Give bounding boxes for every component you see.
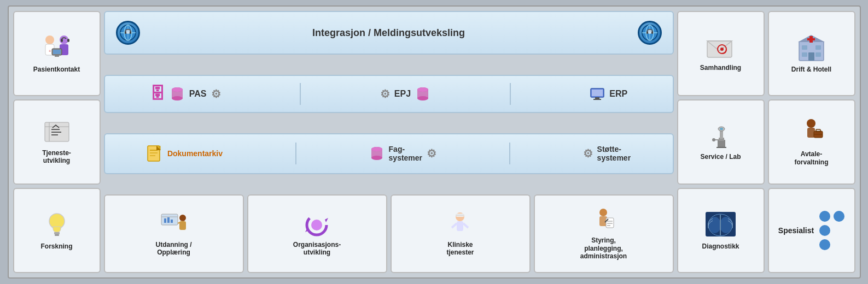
kliniske-tile[interactable]: Klinisketjenester <box>391 194 531 273</box>
systems-row[interactable]: 🗄 PAS ⚙ ⚙ EPJ <box>104 75 674 113</box>
svg-rect-7 <box>67 39 69 42</box>
divider2 <box>510 83 511 105</box>
pas-item[interactable]: 🗄 PAS ⚙ <box>150 85 221 103</box>
svg-rect-15 <box>54 232 60 234</box>
svg-text:+: + <box>48 49 51 54</box>
avtaleforvaltning-icon <box>796 118 826 148</box>
integration-banner[interactable]: Integrasjon / Meldingsutveksling <box>104 11 674 55</box>
dot2 <box>834 211 844 222</box>
samhandling-tile[interactable]: Samhandling <box>677 11 765 96</box>
svg-rect-26 <box>130 31 131 34</box>
svg-point-92 <box>712 138 715 141</box>
pasientkontakt-label: Pasientkontakt <box>33 66 80 73</box>
svg-rect-43 <box>592 90 603 96</box>
dot1 <box>819 211 830 222</box>
epj-item[interactable]: ⚙ EPJ <box>380 86 430 102</box>
utdanning-icon <box>159 211 189 239</box>
forskning-label: Forskning <box>40 242 72 250</box>
dot6 <box>834 239 844 250</box>
svg-point-95 <box>709 217 721 233</box>
erp-item[interactable]: ERP <box>590 88 627 100</box>
spesialist-label: Spesialist <box>778 226 814 235</box>
pasientkontakt-icon: + <box>38 33 76 63</box>
stottesystemer-item[interactable]: ⚙ Støtte-systemer <box>583 145 631 162</box>
svg-point-36 <box>172 96 183 100</box>
spesialist-dots <box>819 211 844 250</box>
service-lab-label: Service / Lab <box>700 153 741 161</box>
dot3 <box>819 225 830 236</box>
svg-rect-71 <box>457 221 463 231</box>
svg-rect-101 <box>807 38 815 40</box>
styring-label: Styring,planlegging,administrasjon <box>580 236 627 260</box>
drift-hotell-tile[interactable]: Drift & Hotell <box>768 11 855 96</box>
forskning-tile[interactable]: Forskning <box>13 188 101 273</box>
kliniske-icon <box>445 211 475 239</box>
svg-rect-103 <box>815 45 821 50</box>
svg-line-73 <box>463 223 468 228</box>
svg-rect-63 <box>171 220 173 223</box>
svg-rect-61 <box>164 218 166 223</box>
divider1 <box>300 83 301 105</box>
svg-rect-16 <box>55 234 59 236</box>
svg-rect-104 <box>802 52 807 57</box>
pas-db-icon-svg <box>170 86 185 102</box>
epj-label: EPJ <box>394 89 411 99</box>
svg-point-96 <box>720 217 732 233</box>
diagnostikk-label: Diagnostikk <box>702 242 739 250</box>
svg-point-84 <box>720 48 724 51</box>
spesialist-layout: Spesialist <box>778 211 844 250</box>
svg-point-55 <box>371 147 382 151</box>
svg-point-65 <box>311 220 322 230</box>
svg-rect-85 <box>718 140 725 147</box>
svg-marker-66 <box>325 218 328 222</box>
pas-label: PAS <box>189 89 207 99</box>
organisasjon-tile[interactable]: Organisasjons-utvikling <box>247 194 387 273</box>
samhandling-label: Samhandling <box>700 64 741 72</box>
dokumentarkiv-icon <box>147 144 163 163</box>
svg-point-0 <box>45 36 54 44</box>
svg-rect-32 <box>646 31 648 34</box>
integration-title: Integrasjon / Meldingsutveksling <box>140 27 638 39</box>
svg-rect-105 <box>815 52 821 57</box>
pasientkontakt-tile[interactable]: + Pasientkontakt <box>13 11 101 96</box>
fagsystemer-label: Fag-systemer <box>389 145 423 162</box>
dot4 <box>834 225 844 236</box>
tjenesteutvikling-tile[interactable]: Tjeneste-utvikling <box>13 99 101 185</box>
center-area: Integrasjon / Meldingsutveksling 🗄 <box>104 11 674 273</box>
epj-db-icon-svg <box>415 86 430 102</box>
svg-rect-62 <box>167 217 170 223</box>
pas-db-icon: 🗄 <box>150 85 165 103</box>
svg-point-37 <box>172 87 183 92</box>
doc-row[interactable]: Dokumentarkiv Fag-systemer ⚙ ⚙ Støtte-sy… <box>104 133 674 174</box>
tjenesteutvikling-icon <box>40 120 73 147</box>
svg-point-107 <box>807 119 815 128</box>
svg-point-54 <box>371 156 382 160</box>
globe-right-icon <box>638 21 662 45</box>
styring-icon <box>589 207 619 234</box>
styring-tile[interactable]: Styring,planlegging,administrasjon <box>534 194 674 273</box>
diagnostikk-tile[interactable]: Diagnostikk <box>677 188 765 273</box>
avtaleforvaltning-label: Avtale-forvaltning <box>795 150 829 166</box>
fagsystemer-db-icon <box>369 146 385 161</box>
erp-monitor-icon-svg <box>590 88 605 100</box>
main-container: + Pasientkontakt <box>8 5 861 279</box>
avtaleforvaltning-tile[interactable]: Avtale-forvaltning <box>768 99 855 185</box>
svg-point-41 <box>417 87 428 92</box>
svg-point-74 <box>599 209 607 216</box>
svg-line-72 <box>452 223 457 228</box>
erp-label: ERP <box>609 89 627 99</box>
svg-rect-44 <box>595 97 599 99</box>
globe-left-icon <box>116 21 140 45</box>
epj-gear-icon: ⚙ <box>380 87 390 100</box>
fagsystemer-item[interactable]: Fag-systemer ⚙ <box>369 145 437 162</box>
service-lab-tile[interactable]: Service / Lab <box>677 99 765 185</box>
utdanning-tile[interactable]: Utdanning /Opplæring <box>104 194 244 273</box>
bottom-tiles-row: Utdanning /Opplæring Organisasjons-utvik… <box>104 194 674 273</box>
svg-rect-25 <box>125 31 126 34</box>
spesialist-tile[interactable]: Spesialist <box>768 188 855 273</box>
diagnostikk-icon <box>703 210 738 240</box>
dokumentarkiv-item[interactable]: Dokumentarkiv <box>147 144 223 163</box>
stottesystemer-gear-icon: ⚙ <box>583 147 593 160</box>
fagsystemer-gear-icon: ⚙ <box>427 147 436 160</box>
svg-point-89 <box>720 128 723 130</box>
